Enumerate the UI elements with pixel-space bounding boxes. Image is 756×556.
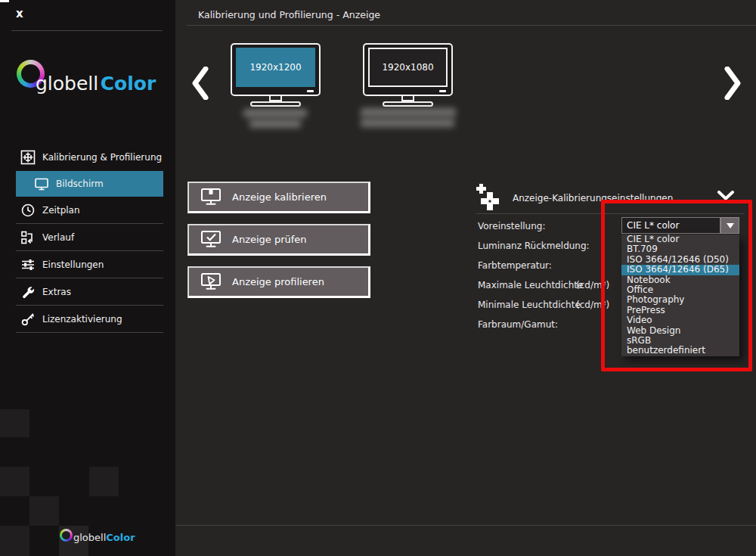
decor-square <box>29 496 59 526</box>
next-monitor-button[interactable] <box>724 67 742 100</box>
wrench-icon <box>20 284 36 300</box>
page-title: Kalibrierung und Profilierung - Anzeige <box>198 9 380 20</box>
brand-name-accent: Color <box>106 532 135 543</box>
monitor-calibrate-icon <box>200 188 222 207</box>
sidebar-item-einstellungen[interactable]: Einstellungen <box>16 251 163 278</box>
chevron-down-icon <box>717 191 735 201</box>
preset-option[interactable]: ISO 3664/12646 (D50) <box>621 255 739 265</box>
sidebar-item-extras[interactable]: Extras <box>16 278 163 306</box>
decor-square <box>0 467 29 496</box>
action-label: Anzeige profilieren <box>232 276 324 287</box>
field-label: Minimale Leuchtdichte <box>478 300 581 310</box>
chevron-left-icon <box>191 67 209 100</box>
settings-panel-title: Anzeige-Kalibrierungseinstellungen <box>513 193 673 203</box>
decor-square <box>0 526 29 556</box>
monitor-stand <box>269 95 282 101</box>
monitor-resolution: 1920x1200 <box>236 48 315 87</box>
monitor-base <box>383 101 433 107</box>
sidebar-item-label: Extras <box>42 287 71 297</box>
preset-option[interactable]: CIE L* color <box>621 235 739 244</box>
sidebar-item-label: Einstellungen <box>42 259 104 270</box>
preset-options-list: CIE L* color BT.709 ISO 3664/12646 (D50)… <box>621 235 739 356</box>
monitor-label-redacted <box>361 108 456 116</box>
calibrate-display-button[interactable]: Anzeige kalibrieren <box>187 182 370 213</box>
profile-display-button[interactable]: Anzeige profilieren <box>187 266 370 298</box>
sidebar-item-label: Kalibrierung & Profilierung <box>42 152 162 163</box>
monitor-label-redacted <box>361 119 454 127</box>
clock-icon <box>20 203 36 218</box>
decor-square <box>89 467 119 496</box>
check-display-button[interactable]: Anzeige prüfen <box>187 224 370 256</box>
sidebar-item-label: Bildschirm <box>56 179 104 189</box>
brand-name-accent: Color <box>101 73 156 95</box>
monitor-thumb[interactable]: 1920x1080 <box>363 43 453 96</box>
monitor-thumb-selected[interactable]: 1920x1200 <box>231 43 321 96</box>
preset-option[interactable]: Video <box>621 315 739 325</box>
power-led <box>307 90 314 92</box>
field-unit: (cd/m²) <box>576 300 609 310</box>
sidebar-item-verlauf[interactable]: Verlauf <box>16 224 163 251</box>
brand-name: globell <box>73 532 106 543</box>
field-label: Voreinstellung: <box>478 221 546 231</box>
preset-option[interactable]: sRGB <box>621 336 739 346</box>
divider <box>476 213 745 214</box>
chevron-right-icon <box>724 67 742 100</box>
field-label: Farbraum/Gamut: <box>478 319 558 330</box>
divider <box>11 30 163 31</box>
sidebar-item-zeitplan[interactable]: Zeitplan <box>16 197 163 224</box>
monitor-base <box>250 101 301 107</box>
monitor-label-redacted <box>249 120 301 128</box>
footer-brand-logo: globellColor <box>73 532 135 543</box>
decor-square <box>0 409 29 437</box>
monitor-resolution: 1920x1080 <box>368 48 448 87</box>
caret-down-icon <box>727 223 734 228</box>
field-label-voreinstellung: Voreinstellung: <box>478 221 618 232</box>
sidebar-item-label: Lizenzaktivierung <box>42 314 122 325</box>
field-label: Luminanz Rückmeldung: <box>478 241 590 251</box>
monitor-label-redacted <box>243 109 307 117</box>
preset-option[interactable]: benutzerdefiniert <box>621 346 739 356</box>
monitor-check-icon <box>200 230 222 249</box>
preset-option[interactable]: Notebook <box>621 275 739 285</box>
brand-ring-icon <box>60 529 73 542</box>
monitor-icon <box>34 176 49 191</box>
preset-option[interactable]: BT.709 <box>621 244 739 254</box>
brand-logo: globell Color <box>36 73 156 95</box>
sidebar-item-kalibrierung-profilierung[interactable]: Kalibrierung & Profilierung <box>0 144 175 171</box>
divider <box>187 25 756 26</box>
field-label: Farbtemperatur: <box>478 260 552 271</box>
preset-option[interactable]: PrePress <box>621 306 739 315</box>
main-area: Kalibrierung und Profilierung - Anzeige … <box>175 0 756 556</box>
field-label-luminanz: Luminanz Rückmeldung: <box>478 241 618 252</box>
sidebar-item-label: Zeitplan <box>42 205 80 216</box>
calibration-settings-icon <box>473 183 500 212</box>
preset-select-arrow-button[interactable] <box>720 217 739 234</box>
field-label-min-leuchtdichte: Minimale Leuchtdichte(cd/m²) <box>478 300 618 311</box>
preset-option[interactable]: Web Design <box>621 326 739 336</box>
collapse-panel-button[interactable] <box>717 191 735 201</box>
power-led <box>439 90 446 92</box>
field-label-farbraum: Farbraum/Gamut: <box>478 319 618 331</box>
preset-select-value[interactable]: CIE L* color <box>621 217 720 234</box>
history-icon <box>20 230 36 245</box>
sidebar-item-lizenzaktivierung[interactable]: Lizenzaktivierung <box>16 306 163 333</box>
previous-monitor-button[interactable] <box>191 67 209 100</box>
sidebar-menu: Kalibrierung & Profilierung Bildschirm Z… <box>0 144 175 333</box>
sidebar: x globell Color Kalibrierung & Profilier… <box>0 0 175 556</box>
field-label-farbtemperatur: Farbtemperatur: <box>478 260 618 272</box>
sliders-icon <box>20 257 36 272</box>
field-label-max-leuchtdichte: Maximale Leuchtdichte(cd/m²) <box>478 280 618 291</box>
field-unit: (cd/m²) <box>576 280 609 290</box>
preset-option[interactable]: Photography <box>621 295 739 305</box>
minimize-icon[interactable] <box>0 0 9 2</box>
preset-option[interactable]: Office <box>621 285 739 295</box>
preset-option-highlighted[interactable]: ISO 3664/12646 (D65) <box>621 265 739 275</box>
monitor-stand <box>401 95 414 101</box>
key-icon <box>20 312 36 327</box>
field-label: Maximale Leuchtdichte <box>478 280 583 290</box>
close-icon[interactable]: x <box>16 7 23 20</box>
monitor-profile-icon <box>200 272 222 291</box>
sidebar-item-bildschirm[interactable]: Bildschirm <box>16 171 163 197</box>
action-label: Anzeige prüfen <box>232 234 307 245</box>
calibration-target-icon <box>20 150 36 165</box>
